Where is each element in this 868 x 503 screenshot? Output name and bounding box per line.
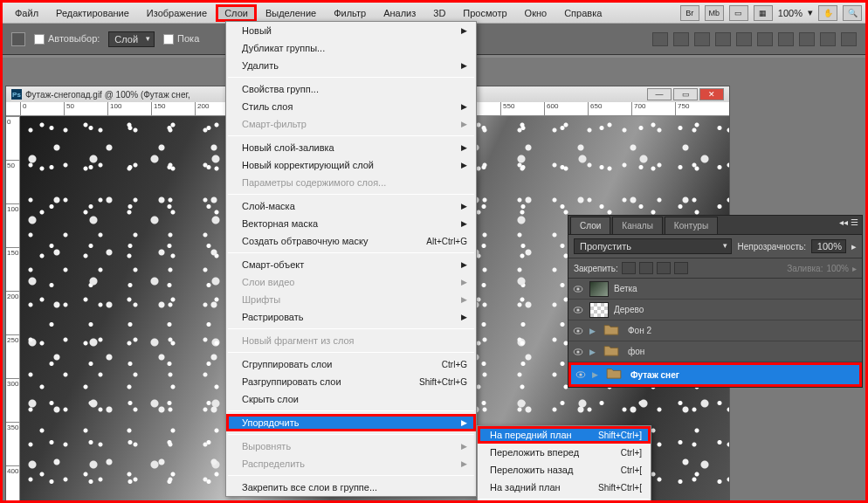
br-icon[interactable]: Br bbox=[680, 5, 699, 21]
menu-layers[interactable]: Слои bbox=[216, 4, 257, 22]
eye-icon[interactable] bbox=[575, 371, 586, 378]
align-icon-10[interactable] bbox=[841, 32, 857, 46]
menu-item[interactable]: Растрировать▶ bbox=[226, 308, 476, 326]
tab-paths[interactable]: Контуры bbox=[665, 217, 718, 234]
svg-point-7 bbox=[576, 350, 579, 353]
eye-icon[interactable] bbox=[573, 286, 583, 293]
align-icon-2[interactable] bbox=[673, 32, 689, 46]
layer-name: Дерево bbox=[614, 305, 644, 314]
menu-item[interactable]: Разгруппировать слоиShift+Ctrl+G bbox=[226, 373, 476, 390]
expand-icon[interactable]: ▶ bbox=[589, 327, 598, 335]
panel-collapse-icon[interactable]: ◂◂ ☰ bbox=[839, 217, 858, 227]
lock-transparency-icon[interactable] bbox=[622, 262, 636, 274]
menu-item[interactable]: Новый слой-заливка▶ bbox=[226, 139, 476, 156]
menu-item[interactable]: Сгруппировать слоиCtrl+G bbox=[226, 355, 476, 373]
mb-icon[interactable]: Mb bbox=[705, 5, 724, 21]
align-icon-6[interactable] bbox=[757, 32, 773, 46]
tab-channels[interactable]: Каналы bbox=[612, 217, 663, 234]
layer-name: Ветка bbox=[614, 284, 637, 293]
submenu-arrow-icon: ▶ bbox=[461, 161, 467, 169]
align-icon-4[interactable] bbox=[715, 32, 731, 46]
fill-input[interactable]: 100% bbox=[826, 264, 849, 273]
fill-arrow-icon[interactable]: ▸ bbox=[852, 264, 857, 273]
opacity-label: Непрозрачность: bbox=[737, 242, 806, 252]
submenu-arrow-icon: ▶ bbox=[461, 102, 467, 111]
layer-row[interactable]: Дерево bbox=[568, 300, 862, 320]
menu-item[interactable]: Стиль слоя▶ bbox=[226, 98, 476, 115]
zoom-icon[interactable]: 🔍 bbox=[843, 5, 862, 21]
menu-item[interactable]: Векторная маска▶ bbox=[226, 215, 476, 232]
menu-item[interactable]: Слой-маска▶ bbox=[226, 197, 476, 215]
submenu-item[interactable]: Переложить впередCtrl+] bbox=[478, 444, 651, 461]
align-icon-7[interactable] bbox=[778, 32, 794, 46]
align-icon-8[interactable] bbox=[799, 32, 815, 46]
menu-item[interactable]: Дубликат группы... bbox=[226, 39, 476, 57]
menu-item[interactable]: Закрепить все слои в группе... bbox=[226, 479, 476, 496]
autoselect-checkbox[interactable] bbox=[34, 34, 45, 45]
panel-tabbar: Слои Каналы Контуры ◂◂ ☰ bbox=[568, 216, 862, 235]
hand-icon[interactable]: ✋ bbox=[818, 5, 837, 21]
menu-analysis[interactable]: Анализ bbox=[375, 4, 424, 22]
window-minimize-button[interactable]: — bbox=[647, 88, 672, 100]
menu-view[interactable]: Просмотр bbox=[454, 4, 515, 22]
submenu-item[interactable]: На передний планShift+Ctrl+] bbox=[478, 426, 651, 444]
menu-item[interactable]: Скрыть слои bbox=[226, 390, 476, 408]
layer-row[interactable]: Ветка bbox=[568, 279, 862, 300]
screen-mode-icon[interactable]: ▭ bbox=[729, 5, 748, 21]
layer-thumbnail[interactable] bbox=[589, 302, 609, 318]
menu-item[interactable]: Свойства групп... bbox=[226, 80, 476, 98]
lock-position-icon[interactable] bbox=[657, 262, 671, 274]
lock-pixels-icon[interactable] bbox=[639, 262, 653, 274]
fill-label: Заливка: bbox=[787, 264, 823, 273]
window-close-button[interactable]: ✕ bbox=[699, 88, 724, 100]
folder-icon bbox=[606, 367, 622, 379]
layer-row[interactable]: ▶Фон 2 bbox=[568, 320, 862, 341]
submenu-arrow-icon: ▶ bbox=[461, 61, 467, 70]
submenu-arrow-icon: ▶ bbox=[461, 278, 467, 286]
opacity-arrow-icon[interactable]: ▸ bbox=[851, 241, 857, 252]
arrange-submenu: На передний планShift+Ctrl+]Переложить в… bbox=[477, 425, 651, 503]
submenu-item[interactable]: На задний планShift+Ctrl+[ bbox=[478, 479, 651, 496]
show-checkbox[interactable] bbox=[163, 34, 174, 45]
menu-item[interactable]: Новый▶ bbox=[226, 22, 476, 39]
menu-help[interactable]: Справка bbox=[555, 4, 610, 22]
eye-icon[interactable] bbox=[573, 307, 583, 314]
lock-all-icon[interactable] bbox=[674, 262, 688, 274]
zoom-value[interactable]: 100% bbox=[778, 8, 803, 18]
eye-icon[interactable] bbox=[573, 348, 583, 355]
menu-filter[interactable]: Фильтр bbox=[325, 4, 375, 22]
menu-item[interactable]: Удалить▶ bbox=[226, 57, 476, 74]
move-tool-icon[interactable] bbox=[11, 32, 25, 46]
ruler-vertical[interactable]: 0 50 100 150 200 250 300 350 400 450 bbox=[6, 116, 20, 503]
menu-item[interactable]: Новый корректирующий слой▶ bbox=[226, 156, 476, 174]
lock-label: Закрепить: bbox=[574, 264, 618, 273]
menu-file[interactable]: Файл bbox=[6, 4, 47, 22]
menu-image[interactable]: Изображение bbox=[138, 4, 216, 22]
expand-icon[interactable]: ▶ bbox=[592, 370, 601, 379]
blend-mode-dropdown[interactable]: Пропустить bbox=[574, 238, 732, 254]
menu-3d[interactable]: 3D bbox=[424, 4, 454, 22]
menu-edit[interactable]: Редактирование bbox=[47, 4, 138, 22]
menu-item[interactable]: Смарт-объект▶ bbox=[226, 256, 476, 273]
menu-item[interactable]: Упорядочить▶ bbox=[226, 414, 476, 431]
window-maximize-button[interactable]: ▭ bbox=[673, 88, 698, 100]
align-icon-9[interactable] bbox=[820, 32, 836, 46]
submenu-item[interactable]: Переложить назадCtrl+[ bbox=[478, 461, 651, 479]
layer-thumbnail[interactable] bbox=[589, 281, 609, 297]
layer-list: ВеткаДерево▶Фон 2▶фон▶Футаж снег bbox=[568, 279, 862, 387]
layer-row[interactable]: ▶Футаж снег bbox=[568, 362, 862, 387]
align-icon-1[interactable] bbox=[652, 32, 668, 46]
layer-row[interactable]: ▶фон bbox=[568, 341, 862, 362]
menu-select[interactable]: Выделение bbox=[257, 4, 325, 22]
align-icon-3[interactable] bbox=[694, 32, 710, 46]
opacity-input[interactable]: 100% bbox=[811, 239, 846, 253]
menu-item[interactable]: Создать обтравочную маскуAlt+Ctrl+G bbox=[226, 232, 476, 250]
expand-icon[interactable]: ▶ bbox=[589, 348, 598, 356]
autoselect-dropdown[interactable]: Слой bbox=[108, 31, 155, 47]
zoom-dropdown-icon[interactable]: ▾ bbox=[808, 7, 813, 18]
menu-window[interactable]: Окно bbox=[516, 4, 556, 22]
align-icon-5[interactable] bbox=[736, 32, 752, 46]
eye-icon[interactable] bbox=[573, 327, 583, 334]
tab-layers[interactable]: Слои bbox=[570, 217, 610, 234]
arrange-icon[interactable]: ▦ bbox=[754, 5, 773, 21]
